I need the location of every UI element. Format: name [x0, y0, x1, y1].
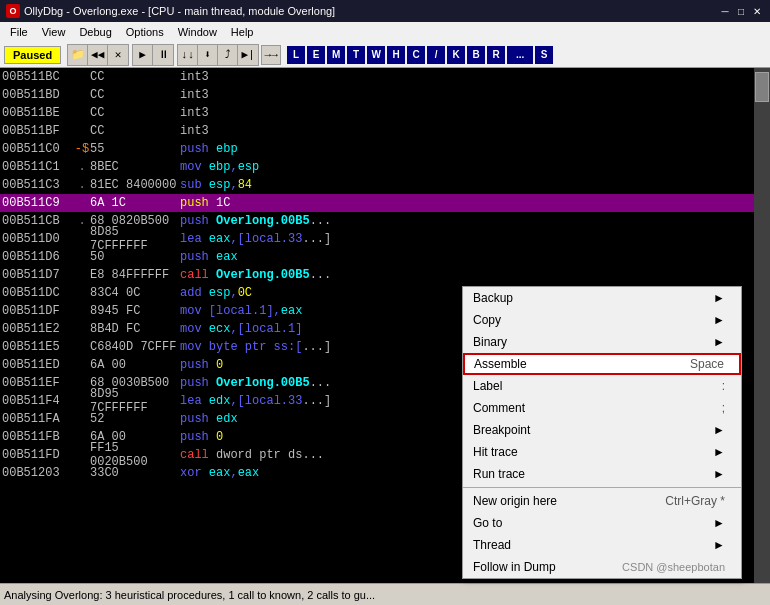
app-icon: O — [6, 4, 20, 18]
step-out-button[interactable]: ⤴ — [218, 45, 238, 65]
stop-button[interactable]: ✕ — [108, 45, 128, 65]
menu-help[interactable]: Help — [225, 25, 260, 39]
disasm-row[interactable]: 00B511BD CC int3 — [0, 86, 754, 104]
cpu-area: 00B511BC CC int3 00B511BD CC int3 00B511… — [0, 68, 770, 583]
menu-debug[interactable]: Debug — [73, 25, 117, 39]
menu-view[interactable]: View — [36, 25, 72, 39]
context-menu: Backup ► Copy ► Binary ► Assemble Space … — [462, 286, 742, 579]
btn-L[interactable]: L — [287, 46, 305, 64]
menu-window[interactable]: Window — [172, 25, 223, 39]
disasm-row[interactable]: 00B511BF CC int3 — [0, 122, 754, 140]
btn-T[interactable]: T — [347, 46, 365, 64]
ctx-item-assemble[interactable]: Assemble Space — [463, 353, 741, 375]
back-button[interactable]: ◀◀ — [88, 45, 108, 65]
trace-button[interactable]: →→ — [261, 45, 281, 65]
btn-R[interactable]: R — [487, 46, 505, 64]
ctx-item-thread[interactable]: Thread ► — [463, 534, 741, 556]
ctx-item-new-origin[interactable]: New origin here Ctrl+Gray * — [463, 490, 741, 512]
btn-ellipsis[interactable]: ... — [507, 46, 533, 64]
ctx-item-breakpoint[interactable]: Breakpoint ► — [463, 419, 741, 441]
title-text: OllyDbg - Overlong.exe - [CPU - main thr… — [24, 5, 335, 17]
run-button[interactable]: ▶ — [133, 45, 153, 65]
disasm-row[interactable]: 00B511D6 50 push eax — [0, 248, 754, 266]
ctx-item-hit-trace[interactable]: Hit trace ► — [463, 441, 741, 463]
btn-E[interactable]: E — [307, 46, 325, 64]
maximize-button[interactable]: □ — [734, 4, 748, 18]
status-badge: Paused — [4, 46, 61, 64]
disasm-row[interactable]: 00B511C1 . 8BEC mov ebp,esp — [0, 158, 754, 176]
minimize-button[interactable]: ─ — [718, 4, 732, 18]
btn-W[interactable]: W — [367, 46, 385, 64]
disasm-row[interactable]: 00B511BC CC int3 — [0, 68, 754, 86]
ctx-item-comment[interactable]: Comment ; — [463, 397, 741, 419]
scroll-thumb[interactable] — [755, 72, 769, 102]
open-button[interactable]: 📁 — [68, 45, 88, 65]
disasm-row[interactable]: 00B511D7 E8 84FFFFFF call Overlong.00B5.… — [0, 266, 754, 284]
menu-options[interactable]: Options — [120, 25, 170, 39]
menu-bar: File View Debug Options Window Help — [0, 22, 770, 42]
step-into-button[interactable]: ↓↓ — [178, 45, 198, 65]
btn-slash[interactable]: / — [427, 46, 445, 64]
title-bar: O OllyDbg - Overlong.exe - [CPU - main t… — [0, 0, 770, 22]
status-text: Analysing Overlong: 3 heuristical proced… — [4, 589, 375, 601]
btn-C[interactable]: C — [407, 46, 425, 64]
pause-button[interactable]: ⏸ — [153, 45, 173, 65]
btn-M[interactable]: M — [327, 46, 345, 64]
disasm-row[interactable]: 00B511D0 8D85 7CFFFFFF lea eax,[local.33… — [0, 230, 754, 248]
ctx-item-run-trace[interactable]: Run trace ► — [463, 463, 741, 485]
disasm-row[interactable]: 00B511C3 . 81EC 8400000 sub esp,84 — [0, 176, 754, 194]
ctx-item-binary[interactable]: Binary ► — [463, 331, 741, 353]
status-bar: Analysing Overlong: 3 heuristical proced… — [0, 583, 770, 605]
btn-B[interactable]: B — [467, 46, 485, 64]
btn-S[interactable]: S — [535, 46, 553, 64]
ctx-item-follow-dump[interactable]: Follow in Dump CSDN @sheepbotan — [463, 556, 741, 578]
ctx-item-backup[interactable]: Backup ► — [463, 287, 741, 309]
disasm-row-selected[interactable]: 00B511C9 6A 1C push 1C — [0, 194, 754, 212]
disasm-row[interactable]: 00B511BE CC int3 — [0, 104, 754, 122]
close-button[interactable]: ✕ — [750, 4, 764, 18]
scrollbar[interactable] — [754, 68, 770, 583]
ctx-item-copy[interactable]: Copy ► — [463, 309, 741, 331]
ctx-item-go-to[interactable]: Go to ► — [463, 512, 741, 534]
ctx-separator — [463, 487, 741, 488]
btn-H[interactable]: H — [387, 46, 405, 64]
step-over-button[interactable]: ⬇ — [198, 45, 218, 65]
btn-K[interactable]: K — [447, 46, 465, 64]
run-to-button[interactable]: ▶| — [238, 45, 258, 65]
disasm-row[interactable]: 00B511C0 -$ 55 push ebp — [0, 140, 754, 158]
menu-file[interactable]: File — [4, 25, 34, 39]
ctx-item-label[interactable]: Label : — [463, 375, 741, 397]
toolbar: Paused 📁 ◀◀ ✕ ▶ ⏸ ↓↓ ⬇ ⤴ ▶| →→ L E M T W… — [0, 42, 770, 68]
